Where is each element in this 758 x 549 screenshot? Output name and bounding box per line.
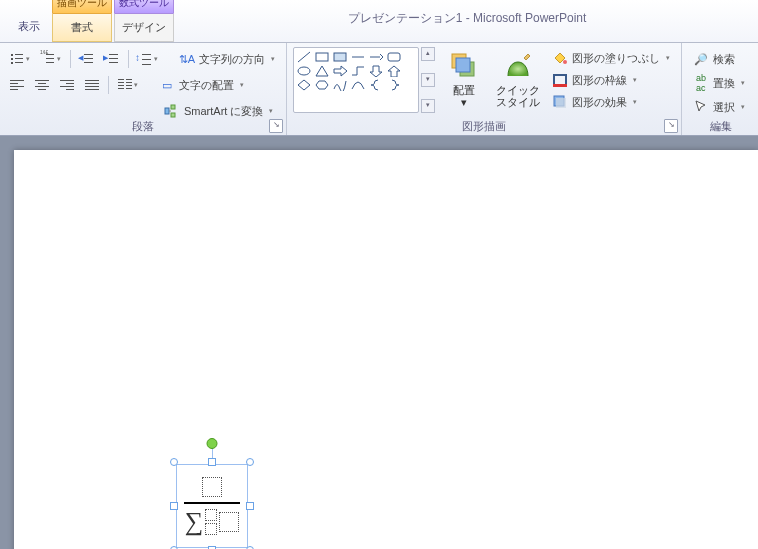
tab-strip: 表示 描画ツール 書式 数式ツール デザイン プレゼンテーション1 - Micr…: [0, 0, 758, 43]
sigma-lower-placeholder[interactable]: [205, 523, 217, 535]
svg-rect-0: [165, 108, 169, 114]
shape-outline-button[interactable]: 図形の枠線: [547, 69, 675, 91]
increase-indent-button[interactable]: [101, 49, 123, 69]
equation-tools-header: 数式ツール: [114, 0, 174, 14]
select-label: 選択: [713, 100, 735, 115]
text-direction-button[interactable]: ⇅A 文字列の方向: [174, 47, 280, 71]
gallery-scroll-up[interactable]: ▴: [421, 47, 435, 61]
replace-button[interactable]: abac 置換: [688, 71, 754, 95]
shape-curve[interactable]: [332, 78, 348, 92]
align-right-button[interactable]: [56, 75, 78, 95]
fill-icon: [552, 50, 568, 66]
equation-content[interactable]: ∑: [182, 470, 242, 542]
quick-styles-label: クイック スタイル: [496, 84, 540, 108]
decrease-indent-button[interactable]: [76, 49, 98, 69]
numbering-button[interactable]: [37, 49, 65, 69]
shape-brace-r[interactable]: [386, 78, 402, 92]
shape-arrow-right[interactable]: [332, 64, 348, 78]
align-center-icon: [35, 80, 49, 90]
resize-handle-ne[interactable]: [246, 458, 254, 466]
shape-rect[interactable]: [314, 50, 330, 64]
shape-arrow-up[interactable]: [386, 64, 402, 78]
shape-effects-label: 図形の効果: [572, 95, 627, 110]
equation-denominator[interactable]: ∑: [185, 509, 240, 535]
shape-line2[interactable]: [350, 50, 366, 64]
select-button[interactable]: 選択: [688, 95, 754, 119]
resize-handle-w[interactable]: [170, 502, 178, 510]
shape-arrow-down[interactable]: [368, 64, 384, 78]
columns-button[interactable]: [114, 75, 142, 95]
group-drawing: ▴ ▾ ▾ 配置▾ クイック スタイル: [287, 43, 682, 135]
shape-arc[interactable]: [350, 78, 366, 92]
line-spacing-button[interactable]: [134, 49, 162, 69]
shape-fill-button[interactable]: 図形の塗りつぶし: [547, 47, 675, 69]
align-left-icon: [10, 80, 24, 90]
gallery-scroll-down[interactable]: ▾: [421, 73, 435, 87]
tab-design[interactable]: デザイン: [114, 14, 174, 42]
arrange-button[interactable]: 配置▾: [439, 47, 489, 117]
svg-rect-2: [171, 113, 175, 117]
numbering-icon: [41, 52, 55, 66]
align-text-label: 文字の配置: [179, 78, 234, 93]
shape-fill-label: 図形の塗りつぶし: [572, 51, 660, 66]
svg-point-13: [563, 60, 567, 64]
align-center-button[interactable]: [31, 75, 53, 95]
tab-format[interactable]: 書式: [52, 14, 112, 42]
arrange-icon: [448, 50, 480, 82]
shape-outline-label: 図形の枠線: [572, 73, 627, 88]
line-spacing-icon: [138, 52, 152, 66]
separator: [108, 76, 109, 94]
tab-view[interactable]: 表示: [6, 9, 52, 42]
shape-line[interactable]: [296, 50, 312, 64]
shape-diamond[interactable]: [296, 78, 312, 92]
ribbon: ⇅A 文字列の方向 ▭ 文字の配置 SmartArt に変換: [0, 43, 758, 136]
quick-styles-button[interactable]: クイック スタイル: [493, 47, 543, 117]
align-left-button[interactable]: [6, 75, 28, 95]
svg-rect-8: [388, 53, 400, 61]
contextual-tab-drawing-tools[interactable]: 描画ツール 書式: [52, 0, 112, 42]
svg-rect-15: [553, 84, 567, 87]
gallery-expand[interactable]: ▾: [421, 99, 435, 113]
shape-connector[interactable]: [350, 64, 366, 78]
equation-numerator-placeholder[interactable]: [202, 477, 222, 497]
align-text-button[interactable]: ▭ 文字の配置: [154, 73, 249, 97]
dialog-launcher-drawing[interactable]: ↘: [664, 119, 678, 133]
shape-effects-button[interactable]: 図形の効果: [547, 91, 675, 113]
replace-label: 置換: [713, 76, 735, 91]
shape-oval[interactable]: [296, 64, 312, 78]
resize-handle-e[interactable]: [246, 502, 254, 510]
svg-rect-1: [171, 105, 175, 109]
group-label-drawing: 図形描画: [287, 120, 681, 134]
sigma-body-placeholder[interactable]: [219, 512, 239, 532]
dialog-launcher-paragraph[interactable]: ↘: [269, 119, 283, 133]
fraction-bar: [184, 502, 240, 504]
shape-hexagon[interactable]: [314, 78, 330, 92]
align-justify-icon: [85, 80, 99, 90]
find-button[interactable]: 🔎 検索: [688, 47, 754, 71]
align-text-icon: ▭: [159, 77, 175, 93]
resize-handle-nw[interactable]: [170, 458, 178, 466]
find-label: 検索: [713, 52, 735, 67]
shape-brace-l[interactable]: [368, 78, 384, 92]
equation-object[interactable]: ∑: [170, 458, 254, 549]
shape-arrow-line[interactable]: [368, 50, 384, 64]
slide[interactable]: ∑: [14, 150, 758, 549]
bullets-button[interactable]: [6, 49, 34, 69]
sigma-upper-placeholder[interactable]: [205, 509, 217, 521]
align-justify-button[interactable]: [81, 75, 103, 95]
shape-rounded-rect[interactable]: [386, 50, 402, 64]
window-title: プレゼンテーション1 - Microsoft PowerPoint: [176, 10, 758, 33]
svg-rect-14: [554, 75, 566, 85]
group-editing: 🔎 検索 abac 置換 選択 編集: [682, 43, 758, 135]
resize-handle-n[interactable]: [208, 458, 216, 466]
slide-canvas-area[interactable]: ∑: [0, 136, 758, 549]
quick-styles-icon: [502, 50, 534, 82]
shapes-gallery[interactable]: [293, 47, 419, 113]
separator: [70, 50, 71, 68]
rotation-handle[interactable]: [207, 438, 218, 449]
contextual-tab-equation-tools[interactable]: 数式ツール デザイン: [114, 0, 174, 42]
columns-icon: [118, 79, 132, 91]
group-paragraph: ⇅A 文字列の方向 ▭ 文字の配置 SmartArt に変換: [0, 43, 287, 135]
shape-triangle[interactable]: [314, 64, 330, 78]
shape-rect-filled[interactable]: [332, 50, 348, 64]
